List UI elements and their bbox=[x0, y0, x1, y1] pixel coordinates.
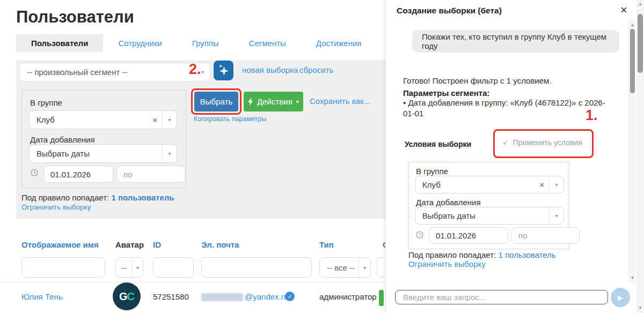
avatar-letter-1: G bbox=[119, 290, 127, 303]
rule-matches-value[interactable]: 1 пользователь bbox=[111, 193, 174, 202]
selection-conditions-label: Условия выборки bbox=[405, 140, 471, 148]
send-icon: ▶ bbox=[618, 294, 623, 302]
rule-matches-label: Под правило попадает: bbox=[21, 193, 109, 202]
clear-icon[interactable]: × bbox=[535, 180, 549, 189]
filter-avatar-value: -- bbox=[116, 263, 132, 272]
rule-matches: Под правило попадает: 1 пользователь bbox=[21, 193, 174, 202]
clock-icon bbox=[31, 169, 38, 176]
rule-matches: Под правило попадает: 1 пользователь bbox=[408, 250, 556, 259]
send-button[interactable]: ▶ bbox=[611, 288, 630, 307]
date-to-input[interactable] bbox=[116, 166, 185, 183]
clock-icon bbox=[416, 231, 423, 239]
save-as-link[interactable]: Сохранить как... bbox=[310, 96, 370, 106]
annotation-step-2: 2. bbox=[189, 61, 201, 78]
date-from-input[interactable] bbox=[429, 227, 508, 244]
filter-type-value: -- все -- bbox=[320, 263, 358, 272]
status-badge-cut bbox=[379, 290, 384, 306]
limit-selection-link[interactable]: Ограничить выборку bbox=[408, 259, 486, 269]
col-header-name[interactable]: Отображаемое имя bbox=[21, 240, 99, 249]
scroll-up-icon[interactable]: ▲ bbox=[630, 23, 635, 28]
clear-icon[interactable]: × bbox=[148, 115, 162, 124]
chevron-down-icon[interactable]: ▾ bbox=[549, 176, 564, 193]
sparkles-icon bbox=[217, 64, 230, 76]
chevron-down-icon: ▾ bbox=[296, 99, 299, 105]
user-id: 57251580 bbox=[153, 292, 189, 301]
user-email-domain: @yandex.ru bbox=[245, 292, 288, 301]
select-button[interactable]: Выбрать bbox=[194, 92, 238, 111]
scroll-up-icon[interactable]: ▲ bbox=[638, 2, 643, 7]
date-from-input[interactable] bbox=[43, 166, 113, 183]
selection-builder-panel: Создание выборки (бета) × Покажи тех, кт… bbox=[385, 0, 636, 313]
apply-conditions-label: Применить условия bbox=[513, 138, 582, 147]
col-header-email[interactable]: Эл. почта bbox=[201, 240, 239, 249]
rule-matches-value[interactable]: 1 пользователь bbox=[498, 250, 555, 259]
page-scrollbar[interactable]: ▲ ▼ bbox=[636, 0, 644, 313]
actions-button-label: Действия bbox=[257, 97, 292, 106]
date-added-label: Дата добавления bbox=[30, 135, 95, 144]
tab-achievements[interactable]: Достижения bbox=[301, 34, 377, 52]
group-label: В группе bbox=[30, 98, 62, 107]
segment-select[interactable]: -- произвольный сегмент -- ▾ bbox=[19, 63, 210, 81]
users-table: Отображаемое имя Аватар ID Эл. почта Тип… bbox=[0, 236, 393, 313]
chevron-down-icon[interactable]: ▾ bbox=[358, 258, 370, 277]
reset-link[interactable]: сбросить bbox=[299, 65, 333, 74]
col-header-avatar: Аватар bbox=[115, 240, 144, 249]
tab-staff[interactable]: Сотрудники bbox=[103, 34, 177, 52]
filter-email-input[interactable] bbox=[201, 257, 312, 278]
apply-conditions-button[interactable]: ✓ Применить условия bbox=[502, 138, 582, 147]
filter-type-select[interactable]: -- все -- ▾ bbox=[319, 257, 371, 278]
group-select-value: Клуб bbox=[30, 115, 148, 124]
chevron-down-icon[interactable]: ▾ bbox=[162, 111, 177, 129]
col-header-id[interactable]: ID bbox=[153, 240, 161, 249]
date-to-input[interactable] bbox=[511, 227, 580, 244]
conditions-box: В группе Клуб × ▾ Дата добавления Выбрат… bbox=[408, 162, 569, 249]
copy-params-link[interactable]: Копировать параметры bbox=[194, 115, 266, 123]
segment-select-value: -- произвольный сегмент -- bbox=[20, 68, 195, 77]
user-message-text: Покажи тех, кто вступил в группу Клуб в … bbox=[422, 32, 610, 50]
date-mode-value: Выбрать даты bbox=[30, 149, 162, 158]
query-input[interactable] bbox=[395, 290, 608, 304]
limit-selection-link[interactable]: Ограничить выборку bbox=[21, 203, 91, 211]
segment-params-item: • Дата добавления в группу: «Клуб (46781… bbox=[403, 98, 613, 120]
rule-matches-label: Под правило попадает: bbox=[408, 250, 496, 259]
user-message-bubble: Покажи тех, кто вступил в группу Клуб в … bbox=[412, 30, 619, 53]
chevron-down-icon[interactable]: ▾ bbox=[162, 145, 177, 162]
filter-avatar-select[interactable]: -- ▾ bbox=[115, 257, 143, 278]
table-divider bbox=[0, 282, 393, 282]
filter-name-input[interactable] bbox=[21, 257, 105, 278]
avatar: G C bbox=[113, 282, 141, 310]
tab-users[interactable]: Пользователи bbox=[16, 34, 103, 52]
group-select[interactable]: Клуб × ▾ bbox=[415, 176, 564, 193]
group-label: В группе bbox=[416, 167, 448, 176]
email-verified-icon[interactable]: ✓ bbox=[285, 292, 295, 301]
date-mode-value: Выбрать даты bbox=[415, 211, 549, 220]
chevron-down-icon[interactable]: ▾ bbox=[132, 258, 143, 277]
tabs: Пользователи Сотрудники Группы Сегменты … bbox=[16, 34, 416, 52]
scrollbar-thumb[interactable] bbox=[638, 14, 643, 73]
chevron-down-icon[interactable]: ▾ bbox=[549, 207, 564, 224]
ai-sparkle-button[interactable] bbox=[214, 61, 233, 80]
close-icon[interactable]: × bbox=[620, 4, 627, 16]
col-header-type[interactable]: Тип bbox=[319, 240, 334, 249]
actions-button[interactable]: Действия ▾ bbox=[244, 92, 303, 111]
panel-scrollbar[interactable]: ▲ ▼ bbox=[628, 20, 635, 283]
avatar-letter-2: C bbox=[127, 290, 134, 303]
new-selection-link[interactable]: новая выборка bbox=[242, 65, 298, 74]
date-mode-select[interactable]: Выбрать даты ▾ bbox=[29, 144, 177, 163]
annotation-step-1: 1. bbox=[586, 107, 598, 124]
scrollbar-thumb[interactable] bbox=[630, 29, 635, 93]
lightning-icon bbox=[248, 98, 253, 106]
tab-segments[interactable]: Сегменты bbox=[234, 34, 301, 52]
page-title: Пользователи bbox=[16, 8, 134, 27]
group-select[interactable]: Клуб × ▾ bbox=[29, 110, 177, 129]
check-icon: ✓ bbox=[502, 138, 509, 147]
conditions-box: В группе Клуб × ▾ Дата добавления Выбрат… bbox=[21, 90, 186, 188]
scroll-down-icon[interactable]: ▼ bbox=[630, 275, 635, 281]
date-mode-select[interactable]: Выбрать даты ▾ bbox=[415, 207, 564, 225]
filter-id-input[interactable] bbox=[153, 257, 194, 278]
user-name-link[interactable]: Юлия Тень bbox=[21, 292, 63, 301]
filters-panel: -- произвольный сегмент -- ▾ 2. новая вы… bbox=[16, 60, 393, 219]
scroll-down-icon[interactable]: ▼ bbox=[638, 305, 643, 311]
tab-groups[interactable]: Группы bbox=[177, 34, 234, 52]
panel-title: Создание выборки (бета) bbox=[397, 6, 502, 16]
